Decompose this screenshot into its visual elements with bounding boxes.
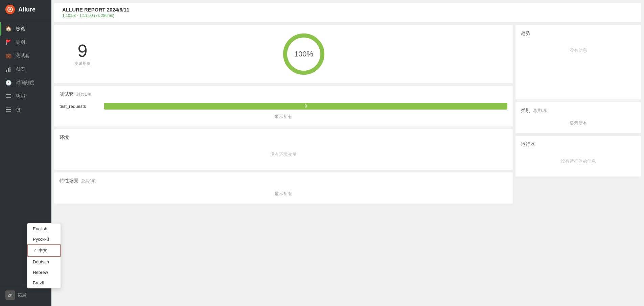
lang-option-label: Русский xyxy=(33,237,49,242)
lang-option-label: Deutsch xyxy=(33,259,49,264)
lang-option-hebrew[interactable]: Hebrew xyxy=(27,267,61,278)
sidebar-item-label: 功能 xyxy=(16,93,25,99)
svg-rect-5 xyxy=(6,96,11,96)
right-panel: 趋势 没有信息 类别 总共0项 显示所有 运行器 没有运行器的信息 xyxy=(515,22,644,306)
report-time: 1:10:53 - 1:11:00 (7s 286ms) xyxy=(62,13,636,18)
suite-row: test_requests 9 xyxy=(60,101,507,111)
svg-rect-4 xyxy=(6,94,11,95)
sidebar-item-label: 类别 xyxy=(16,39,25,45)
lang-option-russian[interactable]: Русский xyxy=(27,234,61,244)
categories-card: 类别 总共0项 显示所有 xyxy=(515,102,641,133)
list-icon xyxy=(5,93,12,99)
sidebar-item-label: 时间刻度 xyxy=(16,80,34,86)
left-panel: 9 测试用例 100% 测试套 总共1项 xyxy=(51,22,515,306)
home-icon: 🏠 xyxy=(5,26,12,32)
check-icon: ✓ xyxy=(33,248,37,253)
sidebar-item-label: 测试套 xyxy=(16,53,30,59)
flag-icon: 🚩 xyxy=(5,39,12,45)
chart-icon xyxy=(5,66,12,72)
executor-title: 运行器 xyxy=(521,141,636,147)
report-title: ALLURE REPORT 2024/6/11 xyxy=(62,7,636,13)
sidebar-item-packages[interactable]: 包 xyxy=(0,103,51,117)
sidebar-logo: Allure xyxy=(0,0,51,19)
sidebar: Allure 🏠 总览 🚩 类别 💼 测试套 xyxy=(0,0,51,306)
test-suites-title: 测试套 总共1项 xyxy=(60,91,507,97)
briefcase-icon: 💼 xyxy=(5,53,12,59)
lang-option-english[interactable]: English xyxy=(27,223,61,234)
categories-subtitle: 总共0项 xyxy=(533,108,548,114)
sidebar-item-graphs[interactable]: 图表 xyxy=(0,63,51,76)
svg-rect-3 xyxy=(9,67,10,72)
content-area: 9 测试用例 100% 测试套 总共1项 xyxy=(51,22,644,306)
svg-rect-2 xyxy=(8,68,9,72)
summary-center: 100% xyxy=(103,30,505,78)
features-subtitle: 总共9项 xyxy=(81,178,96,184)
suite-bar-container: 9 xyxy=(104,103,507,110)
donut-percent: 100% xyxy=(294,50,313,58)
show-all-categories[interactable]: 显示所有 xyxy=(521,118,636,128)
suite-name: test_requests xyxy=(60,104,100,109)
allure-logo-icon xyxy=(5,5,15,14)
features-card: 特性场景 总共9项 显示所有 xyxy=(54,172,513,204)
lang-label: 拓展 xyxy=(18,292,26,298)
sidebar-item-label: 总览 xyxy=(16,26,25,32)
lang-option-label: Hebrew xyxy=(33,270,48,275)
summary-card: 9 测试用例 100% xyxy=(54,25,513,83)
environment-card: 环境 没有环境变量 xyxy=(54,129,513,170)
report-header: ALLURE REPORT 2024/6/11 1:10:53 - 1:11:0… xyxy=(54,3,641,22)
sidebar-item-timeline[interactable]: 🕐 时间刻度 xyxy=(0,76,51,90)
environment-title: 环境 xyxy=(60,135,507,141)
svg-rect-9 xyxy=(6,111,11,112)
sidebar-item-features[interactable]: 功能 xyxy=(0,90,51,103)
environment-empty: 没有环境变量 xyxy=(60,145,507,164)
lang-option-label: Brazil xyxy=(33,280,44,285)
summary-left: 9 测试用例 xyxy=(62,42,103,67)
trend-title: 趋势 xyxy=(521,30,636,37)
test-suites-card: 测试套 总共1项 test_requests 9 显示所有 xyxy=(54,86,513,126)
logo-text: Allure xyxy=(18,6,36,13)
package-icon xyxy=(5,107,12,113)
sidebar-item-label: 图表 xyxy=(16,66,25,72)
lang-option-label: English xyxy=(33,226,47,231)
svg-rect-1 xyxy=(6,70,7,72)
trend-empty: 没有信息 xyxy=(521,41,636,60)
svg-rect-7 xyxy=(6,108,11,108)
executor-empty: 没有运行器的信息 xyxy=(521,151,636,171)
features-title: 特性场景 总共9项 xyxy=(60,178,507,184)
test-suites-subtitle: 总共1项 xyxy=(76,92,91,97)
show-all-suites[interactable]: 显示所有 xyxy=(60,111,507,121)
svg-rect-6 xyxy=(6,97,11,98)
sidebar-item-overview[interactable]: 🏠 总览 xyxy=(0,22,51,36)
suite-bar: 9 xyxy=(104,103,507,110)
lang-option-deutsch[interactable]: Deutsch xyxy=(27,257,61,267)
lang-option-label: 中文 xyxy=(39,248,47,254)
sidebar-item-categories[interactable]: 🚩 类别 xyxy=(0,36,51,49)
sidebar-item-label: 包 xyxy=(16,107,20,113)
language-button[interactable]: Zh 拓展 xyxy=(5,288,46,302)
clock-icon: 🕐 xyxy=(5,80,12,86)
sidebar-item-suites[interactable]: 💼 测试套 xyxy=(0,49,51,63)
categories-title: 类别 总共0项 xyxy=(521,108,636,114)
language-dropdown: English Русский ✓ 中文 Deutsch Hebrew Braz… xyxy=(27,223,61,288)
lang-option-chinese[interactable]: ✓ 中文 xyxy=(27,244,61,257)
donut-chart: 100% xyxy=(280,30,327,78)
lang-avatar: Zh xyxy=(5,290,15,300)
sidebar-bottom: English Русский ✓ 中文 Deutsch Hebrew Braz… xyxy=(0,284,51,306)
lang-option-brazil[interactable]: Brazil xyxy=(27,278,61,288)
test-count: 9 xyxy=(78,42,88,60)
executor-card: 运行器 没有运行器的信息 xyxy=(515,136,641,176)
show-all-features[interactable]: 显示所有 xyxy=(60,188,507,198)
test-label: 测试用例 xyxy=(74,61,91,67)
svg-rect-8 xyxy=(6,109,11,110)
trend-card: 趋势 没有信息 xyxy=(515,25,641,99)
main-content: ALLURE REPORT 2024/6/11 1:10:53 - 1:11:0… xyxy=(51,0,644,306)
